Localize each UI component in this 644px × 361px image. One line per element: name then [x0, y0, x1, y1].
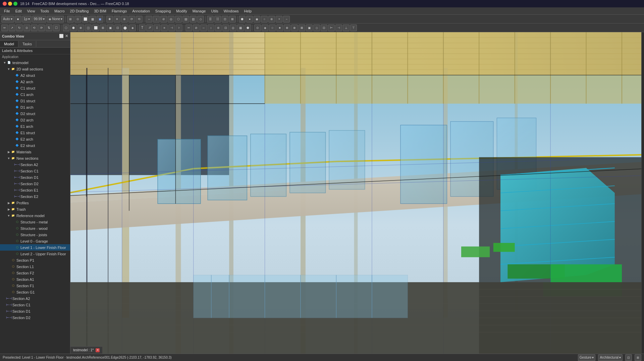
tb2-btn-4[interactable]: ⊙: [23, 24, 30, 31]
tree-item-c1-struct[interactable]: 🔷 C1 struct: [0, 85, 70, 91]
tb2-btn-11[interactable]: ⊕: [77, 24, 84, 31]
tb-btn-24[interactable]: ●: [246, 16, 253, 22]
tb2-btn-43[interactable]: ⊡: [321, 24, 327, 31]
tb2-btn-20[interactable]: 𝒮: [146, 24, 153, 31]
menu-flamingo[interactable]: Flamingo: [109, 8, 129, 14]
tb2-btn-45[interactable]: ⊣: [335, 24, 342, 31]
tb-btn-15[interactable]: ⬡: [175, 16, 182, 22]
tree-item-e2-struct[interactable]: 🔷 E2 struct: [0, 142, 70, 149]
tb2-btn-46[interactable]: ⊥: [343, 24, 350, 31]
tb-btn-22[interactable]: ⊠: [229, 16, 236, 22]
tb2-btn-6[interactable]: ⟳: [38, 24, 45, 31]
tb2-btn-24[interactable]: ⊦: [176, 24, 182, 31]
grid-btn[interactable]: ⊞: [67, 16, 74, 22]
menu-help[interactable]: Help: [241, 8, 254, 14]
tree-item-level1[interactable]: ⬡ Level 1 - Lower Finish Floor: [0, 244, 70, 251]
tb2-btn-27[interactable]: ↔: [200, 24, 207, 31]
tb-btn-18[interactable]: ◇: [197, 16, 204, 22]
tb2-btn-39[interactable]: ⊗: [291, 24, 298, 31]
tree-item-section-p1[interactable]: ⬡ Section P1: [0, 257, 70, 263]
tree-item-reference-model[interactable]: ▼ 📁 Reference model: [0, 212, 70, 219]
tree-item-testmodel[interactable]: ▼ 📄 testmodel: [0, 59, 70, 66]
combo-close-btn[interactable]: ✕: [65, 34, 68, 38]
tree-item-section-c1[interactable]: ⊢⊣ Section C1: [0, 168, 70, 174]
tree-item-e1-arch[interactable]: 🔷 E1 arch: [0, 123, 70, 130]
tb2-btn-36[interactable]: ☆: [269, 24, 276, 31]
tb-btn-14[interactable]: ◎: [168, 16, 174, 22]
tb2-btn-21[interactable]: ‡: [154, 24, 160, 31]
tb-black-square[interactable]: ■: [15, 16, 21, 22]
tab-tasks[interactable]: Tasks: [18, 41, 36, 47]
tb2-btn-1[interactable]: ✏: [1, 24, 8, 31]
tree-item-struct-metal[interactable]: ⬡ Structure - metal: [0, 219, 70, 225]
auto-dropdown[interactable]: Auto▾: [1, 16, 14, 22]
expand-arrow[interactable]: ▶: [7, 150, 11, 154]
menu-tools[interactable]: Tools: [38, 8, 52, 14]
tb2-btn-31[interactable]: ◎: [230, 24, 236, 31]
tb2-btn-25[interactable]: ✂: [185, 24, 192, 31]
tb2-btn-18[interactable]: ◈: [129, 24, 136, 31]
tree-item-trash[interactable]: ▶ 📁 Trash: [0, 206, 70, 212]
precision-dropdown[interactable]: 99.99▾: [32, 16, 46, 22]
tb2-btn-22[interactable]: ≡: [161, 24, 168, 31]
tree-item-level0[interactable]: ⬡ Level 0 - Garage: [0, 238, 70, 244]
workbench-dropdown[interactable]: Architectural ▾: [598, 354, 623, 361]
menu-edit[interactable]: Edit: [13, 8, 24, 14]
tb2-btn-37[interactable]: ★: [276, 24, 283, 31]
tb2-btn-42[interactable]: ◇: [313, 24, 320, 31]
menu-2ddrafting[interactable]: 2D Drafting: [67, 8, 92, 14]
menu-macro[interactable]: Macro: [52, 8, 67, 14]
tb-btn-20[interactable]: ☷: [214, 16, 221, 22]
tb2-btn-9[interactable]: ⬡: [63, 24, 69, 31]
tb-btn-29[interactable]: −: [283, 16, 290, 22]
tb-btn-10[interactable]: ⟲: [136, 16, 143, 22]
tb-btn-4[interactable]: ▦: [89, 16, 96, 22]
tb-btn-11[interactable]: ↔: [146, 16, 152, 22]
tb2-btn-8[interactable]: ☐: [53, 24, 60, 31]
close-tab-button[interactable]: ✕: [96, 348, 100, 352]
tree-item-section-d2-bot[interactable]: ⊢⊣ Section D2: [0, 314, 70, 321]
tb2-btn-35[interactable]: ◈: [262, 24, 268, 31]
tb2-btn-30[interactable]: ⊡: [222, 24, 229, 31]
tree-item-e2-arch[interactable]: 🔷 E2 arch: [0, 136, 70, 142]
tree-item-d2-struct[interactable]: 🔷 D2 struct: [0, 110, 70, 117]
menu-utils[interactable]: Utils: [208, 8, 221, 14]
menu-snapping[interactable]: Snapping: [153, 8, 174, 14]
tb2-btn-12[interactable]: ◫: [85, 24, 92, 31]
tb-btn-16[interactable]: ▤: [182, 16, 189, 22]
expand-arrow[interactable]: ▼: [3, 61, 7, 64]
tb2-btn-14[interactable]: ⊞: [100, 24, 106, 31]
tb2-btn-13[interactable]: ⬜: [92, 24, 99, 31]
tree-item-e1-struct[interactable]: 🔷 E1 struct: [0, 130, 70, 136]
tb2-btn-32[interactable]: ▦: [237, 24, 244, 31]
tb2-btn-44[interactable]: ⊢: [328, 24, 335, 31]
maximize-button[interactable]: [13, 2, 17, 6]
tree-item-level2[interactable]: ⬡ Level 2 - Upper Finish Floor: [0, 251, 70, 257]
expand-arrow[interactable]: ▼: [7, 214, 11, 217]
tree-item-section-d1[interactable]: ⊢⊣ Section D1: [0, 174, 70, 180]
tb2-btn-2[interactable]: ↗: [9, 24, 15, 31]
tb-btn-13[interactable]: ⊘: [160, 16, 167, 22]
minimize-button[interactable]: [8, 2, 12, 6]
tree-item-section-l1[interactable]: ⬡ Section L1: [0, 263, 70, 270]
tree-item-d2-arch[interactable]: 🔷 D2 arch: [0, 117, 70, 123]
tree-item-a2-struct[interactable]: 🔷 A2 struct: [0, 72, 70, 79]
tb2-btn-40[interactable]: ⊠: [299, 24, 305, 31]
tb2-btn-5[interactable]: ⟲: [31, 24, 38, 31]
tb-btn-25[interactable]: ◉: [254, 16, 260, 22]
tb2-btn-26[interactable]: ⊘: [193, 24, 200, 31]
tb2-btn-10[interactable]: ⬢: [70, 24, 77, 31]
tb2-btn-29[interactable]: ⊛: [215, 24, 222, 31]
tree-item-section-e1[interactable]: ⊢⊣ Section E1: [0, 187, 70, 193]
tb2-btn-47[interactable]: ⊤: [350, 24, 357, 31]
tree-item-d1-struct[interactable]: 🔷 D1 struct: [0, 98, 70, 104]
tb-btn-7[interactable]: ✕: [114, 16, 120, 22]
tb-btn-17[interactable]: ▥: [190, 16, 197, 22]
menu-file[interactable]: File: [1, 8, 13, 14]
line-weight-dropdown[interactable]: 1p▾: [22, 16, 32, 22]
tree-item-profiles[interactable]: ▶ 📁 Profiles: [0, 200, 70, 206]
tree-item-section-a2[interactable]: ⊢⊣ Section A2: [0, 161, 70, 168]
tb2-btn-17[interactable]: ⬤: [122, 24, 128, 31]
combo-float-btn[interactable]: ⬜: [59, 34, 64, 38]
tb2-btn-15[interactable]: ▣: [107, 24, 114, 31]
